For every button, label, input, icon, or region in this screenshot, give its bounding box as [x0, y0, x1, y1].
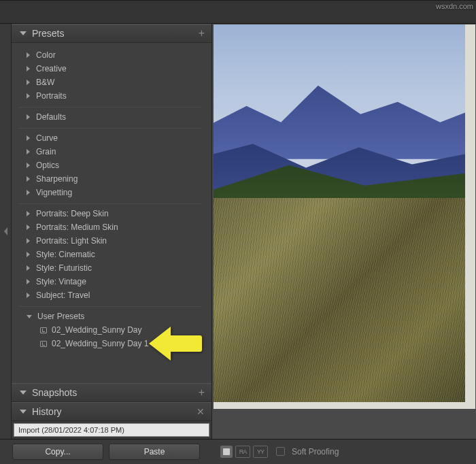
preset-folder[interactable]: Portraits [18, 89, 202, 103]
preset-folder[interactable]: User Presets [18, 310, 202, 323]
triangle-right-icon [27, 114, 30, 120]
preset-folder-label: Style: Futuristic [36, 263, 92, 273]
preset-folder[interactable]: Portraits: Deep Skin [18, 207, 202, 220]
preset-folder[interactable]: Creative [18, 62, 202, 76]
watermark: wsxdn.com [436, 2, 473, 10]
preset-folder[interactable]: Vignetting [18, 186, 202, 199]
preset-folder[interactable]: Defaults [18, 110, 202, 124]
preset-folder[interactable]: Portraits: Medium Skin [18, 220, 202, 234]
preset-folder[interactable]: Curve [18, 131, 202, 145]
triangle-down-icon [20, 31, 27, 35]
triangle-right-icon [27, 265, 30, 271]
preset-folder-label: Style: Vintage [36, 277, 86, 286]
triangle-right-icon [27, 149, 30, 154]
history-panel-title: History [32, 406, 197, 417]
left-panel: Presets + ColorCreativeB&WPortraitsDefau… [12, 24, 212, 439]
clear-history-button[interactable]: ✕ [197, 406, 205, 417]
preset-icon [40, 341, 47, 347]
preset-folder[interactable]: Grain [18, 145, 202, 159]
preset-folder-label: Style: Cinematic [36, 250, 95, 259]
image-canvas[interactable] [212, 24, 476, 439]
triangle-right-icon [27, 52, 30, 58]
preset-folder[interactable]: Style: Cinematic [18, 248, 202, 261]
preset-folder-label: Defaults [36, 112, 66, 122]
paste-button[interactable]: Paste [109, 444, 200, 460]
preset-folder-label: Curve [36, 133, 58, 143]
preset-folder[interactable]: Portraits: Light Skin [18, 234, 202, 248]
preset-folder-label: Sharpening [36, 174, 78, 184]
soft-proofing-label: Soft Proofing [292, 447, 339, 457]
triangle-right-icon [27, 279, 30, 284]
panel-collapse-handle[interactable] [0, 24, 12, 439]
preset-folder-label: B&W [36, 78, 54, 87]
snapshots-panel-title: Snapshots [32, 387, 199, 398]
annotation-arrow [149, 327, 203, 361]
triangle-right-icon [27, 211, 30, 216]
preset-folder-label: User Presets [37, 312, 84, 321]
copy-button[interactable]: Copy... [12, 444, 103, 460]
triangle-right-icon [27, 252, 30, 257]
presets-panel-title: Presets [32, 28, 199, 39]
soft-proofing-checkbox[interactable] [276, 447, 285, 456]
preset-folder[interactable]: Style: Vintage [18, 275, 202, 288]
preset-folder-label: Portraits: Light Skin [36, 236, 107, 246]
history-list: Import (28/01/2022 4:07:18 PM) [12, 421, 211, 439]
preset-item-label: 02_Wedding_Sunny Day [52, 325, 142, 335]
compare-yy-icon[interactable]: YY [253, 446, 268, 458]
top-bar-spacer [0, 0, 476, 24]
triangle-right-icon [27, 163, 30, 168]
triangle-right-icon [27, 80, 30, 85]
preset-folder-label: Creative [36, 64, 67, 73]
presets-panel-header[interactable]: Presets + [12, 24, 211, 43]
preset-folder-label: Subject: Travel [36, 291, 90, 300]
chevron-left-icon [4, 227, 7, 235]
triangle-right-icon [27, 190, 30, 195]
triangle-right-icon [27, 176, 30, 182]
triangle-down-icon [20, 391, 27, 395]
image-frame [214, 24, 475, 409]
bottom-toolbar: Copy... Paste RA YY Soft Proofing [0, 439, 476, 463]
preset-folder-label: Optics [36, 161, 59, 170]
preset-folder[interactable]: Optics [18, 159, 202, 172]
workspace: Presets + ColorCreativeB&WPortraitsDefau… [0, 24, 476, 439]
triangle-down-icon [20, 410, 27, 414]
preset-folder[interactable]: Subject: Travel [18, 288, 202, 302]
preset-folder-label: Portraits: Deep Skin [36, 209, 109, 218]
preset-folder-label: Portraits [36, 91, 67, 101]
add-preset-button[interactable]: + [199, 27, 205, 39]
loupe-view-icon[interactable] [220, 446, 233, 458]
preset-item-label: 02_Wedding_Sunny Day 1 [52, 339, 149, 348]
triangle-right-icon [27, 135, 30, 141]
preset-folder[interactable]: B&W [18, 76, 202, 89]
triangle-right-icon [27, 225, 30, 230]
preset-icon [40, 327, 47, 333]
preset-folder[interactable]: Color [18, 48, 202, 62]
preset-folder[interactable]: Style: Futuristic [18, 261, 202, 275]
preset-folder-label: Vignetting [36, 188, 72, 197]
preset-folder-label: Color [36, 50, 56, 60]
preset-folder-label: Grain [36, 147, 56, 156]
preset-folder[interactable]: Sharpening [18, 172, 202, 186]
preview-image [214, 24, 465, 402]
history-item[interactable]: Import (28/01/2022 4:07:18 PM) [14, 423, 209, 437]
triangle-right-icon [27, 238, 30, 244]
triangle-down-icon [27, 315, 32, 318]
snapshots-panel-header[interactable]: Snapshots + [12, 383, 211, 402]
triangle-right-icon [27, 93, 30, 99]
triangle-right-icon [27, 66, 30, 71]
add-snapshot-button[interactable]: + [199, 386, 205, 399]
triangle-right-icon [27, 293, 30, 298]
compare-ra-icon[interactable]: RA [235, 446, 250, 458]
history-panel-header[interactable]: History ✕ [12, 402, 211, 421]
preset-folder-label: Portraits: Medium Skin [36, 222, 118, 232]
